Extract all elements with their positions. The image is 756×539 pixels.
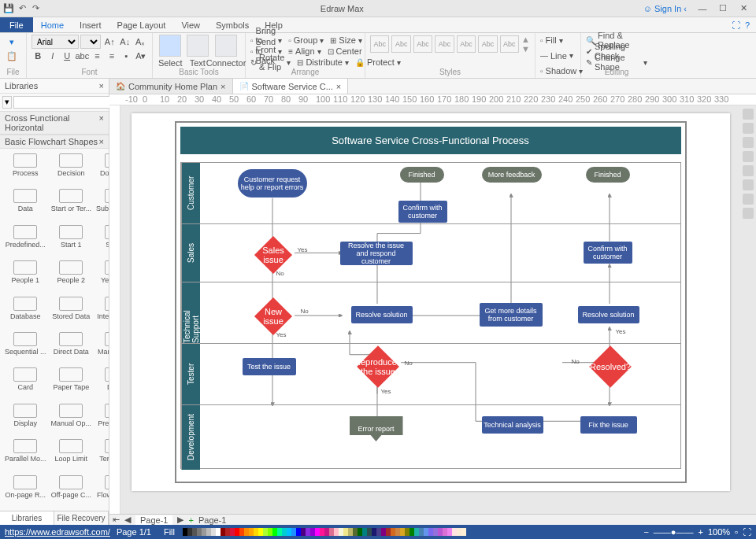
fill-button[interactable]: ▫ Fill▾ — [540, 35, 576, 46]
shadow-button[interactable]: ▫ Shadow▾ — [540, 65, 576, 76]
add-page-icon[interactable]: + — [188, 515, 193, 525]
maximize-icon[interactable]: ☐ — [713, 3, 732, 14]
lane-tech[interactable]: Technical Support — [181, 282, 200, 343]
panel-icon-4[interactable] — [743, 151, 754, 162]
node-tech-analysis[interactable]: Technical analysis — [482, 416, 543, 434]
swimlanes[interactable]: Customer Customer request help or report… — [180, 162, 681, 469]
page-tab-active[interactable]: Page-1 — [135, 515, 172, 525]
shape-data[interactable]: Data — [3, 187, 48, 221]
shape-manual-op---[interactable]: Manual Op... — [50, 402, 94, 436]
shape-start-or-ter---[interactable]: Start or Ter... — [50, 187, 94, 221]
size-button[interactable]: ⊞ Size▾ — [330, 35, 361, 46]
menu-home[interactable]: Home — [33, 17, 72, 32]
node-more-feedback[interactable]: More feedback — [482, 167, 542, 183]
tab-file-recovery[interactable]: File Recovery — [54, 511, 109, 525]
shape-flowchart----[interactable]: Flowchart ... — [94, 474, 109, 508]
shape-yes-or-no[interactable]: Yes or No — [94, 259, 109, 293]
menu-view[interactable]: View — [173, 17, 208, 32]
lane-tester[interactable]: Tester — [181, 344, 200, 404]
decrease-font-icon[interactable]: A↓ — [118, 35, 132, 49]
menu-file[interactable]: File — [0, 17, 33, 32]
font-family-select[interactable]: Arial — [32, 35, 79, 49]
node-new-issue[interactable]: New issue — [254, 297, 291, 335]
shape-people-1[interactable]: People 1 — [3, 259, 48, 293]
panel-icon-1[interactable] — [743, 109, 754, 120]
library-search-input[interactable] — [13, 96, 118, 109]
clipboard-icon[interactable]: ▾ — [5, 35, 19, 49]
minimize-icon[interactable]: — — [693, 3, 712, 14]
distribute-button[interactable]: ⊟ Distribute▾ — [297, 57, 348, 68]
node-resolve-sol-1[interactable]: Resolve solution — [351, 306, 413, 323]
clear-format-icon[interactable]: Aₓ — [134, 35, 148, 49]
shape-off-page-c---[interactable]: Off-page C... — [50, 474, 94, 508]
page[interactable]: Software Service Cross-Functional Proces… — [132, 113, 730, 491]
page-nav-next-icon[interactable]: ▶ — [177, 515, 183, 525]
zoom-in-icon[interactable]: + — [699, 527, 703, 537]
node-finished-1[interactable]: Finished — [400, 167, 444, 183]
shape-delay[interactable]: Delay — [94, 366, 109, 400]
node-test-issue[interactable]: Test the issue — [243, 358, 296, 375]
status-url[interactable]: https://www.edrawsoft.com/ — [5, 527, 110, 537]
node-fix-issue[interactable]: Fix the issue — [580, 416, 637, 434]
shape-process[interactable]: Process — [3, 152, 48, 186]
style-preset-1[interactable]: Abc — [370, 35, 389, 53]
shape-on-page-r---[interactable]: On-page R... — [3, 474, 48, 508]
undo-icon[interactable]: ↶ — [17, 3, 28, 14]
bullets2-icon[interactable]: ≡ — [106, 49, 118, 63]
fullscreen-icon[interactable]: ⛶ — [732, 20, 740, 30]
strike-button[interactable]: abc — [75, 49, 89, 63]
zoom-out-icon[interactable]: − — [643, 527, 648, 537]
shape-database[interactable]: Database — [3, 295, 48, 329]
zoom-slider[interactable]: ——●—— — [654, 527, 694, 537]
panel-icon-6[interactable] — [743, 179, 754, 190]
shape-document[interactable]: Document — [94, 152, 109, 186]
tab-libraries[interactable]: Libraries — [0, 511, 54, 525]
node-error-report[interactable]: Error report — [350, 416, 403, 441]
shape-direct-data[interactable]: Direct Data — [50, 330, 94, 364]
doc-tab-software[interactable]: 📄 Software Service C... × — [233, 79, 349, 94]
paste-icon[interactable]: 📋 — [5, 49, 19, 63]
increase-font-icon[interactable]: A↑ — [102, 35, 117, 49]
node-resolve-respond[interactable]: Resolve the issue and respond customer — [340, 242, 413, 265]
shape-sub-process[interactable]: Sub Process — [94, 187, 109, 221]
fullscreen-icon-status[interactable]: ⛶ — [743, 527, 751, 537]
shape-decision[interactable]: Decision — [50, 152, 94, 186]
canvas[interactable]: Software Service Cross-Functional Proces… — [120, 105, 740, 514]
node-get-details[interactable]: Get more details from customer — [480, 303, 543, 327]
highlight-icon[interactable]: ▪ — [120, 49, 132, 63]
style-up-icon[interactable]: ▲ — [521, 35, 530, 44]
diagram-title[interactable]: Software Service Cross-Functional Proces… — [180, 127, 681, 154]
shape-predefined---[interactable]: Predefined... — [3, 223, 48, 257]
close-tab-icon[interactable]: × — [220, 82, 225, 91]
close-panel-icon[interactable]: × — [99, 81, 104, 90]
node-sales-issue[interactable]: Sales issue — [254, 236, 291, 274]
rotate-button[interactable]: ↻ Rotate & Flip▾ — [250, 57, 291, 68]
library-dropdown-icon[interactable]: ▾ — [2, 96, 12, 109]
menu-insert[interactable]: Insert — [72, 17, 109, 32]
style-preset-6[interactable]: Abc — [478, 35, 497, 53]
panel-icon-8[interactable] — [743, 208, 754, 219]
page-nav-prev-icon[interactable]: ◀ — [124, 515, 131, 525]
style-down-icon[interactable]: ▼ — [521, 44, 530, 54]
shape-display[interactable]: Display — [3, 402, 48, 436]
panel-icon-3[interactable] — [743, 137, 754, 148]
shape-terminator[interactable]: Terminator — [94, 437, 109, 471]
shape-internal-st---[interactable]: Internal St... — [94, 295, 109, 329]
shape-start-1[interactable]: Start 1 — [50, 223, 94, 257]
menu-symbols[interactable]: Symbols — [208, 17, 257, 32]
node-resolve-sol-2[interactable]: Resolve solution — [578, 306, 639, 323]
shape-people-2[interactable]: People 2 — [50, 259, 94, 293]
lib-category-basic[interactable]: Basic Flowchart Shapes× — [0, 135, 109, 149]
node-confirm-1[interactable]: Confirm with customer — [398, 201, 447, 223]
font-color-icon[interactable]: A▾ — [135, 49, 147, 63]
node-customer-request[interactable]: Customer request help or report errors — [238, 169, 307, 198]
color-swatch[interactable] — [461, 528, 466, 536]
style-preset-5[interactable]: Abc — [457, 35, 476, 53]
shape-loop-limit[interactable]: Loop Limit — [50, 437, 94, 471]
page-nav-first-icon[interactable]: ⇤ — [113, 515, 120, 525]
style-preset-4[interactable]: Abc — [435, 35, 454, 53]
lane-sales[interactable]: Sales — [181, 224, 200, 282]
shape-paper-tape[interactable]: Paper Tape — [50, 366, 94, 400]
node-resolved[interactable]: Resolved? — [589, 345, 632, 388]
page-tab-2[interactable]: Page-1 — [198, 515, 226, 525]
